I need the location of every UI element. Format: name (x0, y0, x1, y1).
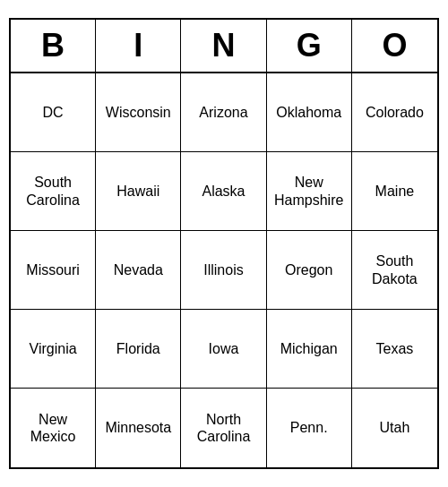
bingo-cell: Missouri (11, 231, 96, 310)
bingo-cell: DC (11, 73, 96, 152)
cell-text: South Carolina (14, 174, 91, 208)
bingo-cell: Utah (352, 389, 437, 467)
bingo-cell: Iowa (181, 310, 266, 389)
bingo-cell: Alaska (181, 152, 266, 231)
header-letter: O (352, 20, 437, 72)
cell-text: Oklahoma (276, 104, 341, 121)
bingo-cell: Wisconsin (96, 73, 181, 152)
cell-text: Florida (116, 340, 160, 357)
bingo-cell: Michigan (267, 310, 352, 389)
cell-text: Virginia (30, 340, 77, 357)
cell-text: Maine (375, 183, 415, 200)
header-letter: G (267, 20, 352, 72)
cell-text: Colorado (366, 104, 424, 121)
bingo-cell: Hawaii (96, 152, 181, 231)
bingo-cell: Texas (352, 310, 437, 389)
bingo-cell: Colorado (352, 73, 437, 152)
cell-text: Nevada (114, 261, 163, 278)
bingo-cell: Illinois (181, 231, 266, 310)
cell-text: Michigan (280, 340, 338, 357)
bingo-cell: New Mexico (11, 389, 96, 467)
bingo-cell: South Carolina (11, 152, 96, 231)
bingo-cell: Florida (96, 310, 181, 389)
bingo-cell: Penn. (267, 389, 352, 467)
cell-text: South Dakota (356, 252, 434, 286)
cell-text: Hawaii (116, 183, 159, 200)
cell-text: Oregon (285, 261, 332, 278)
bingo-cell: Arizona (181, 73, 266, 152)
cell-text: Arizona (199, 104, 247, 121)
header-letter: B (11, 20, 96, 72)
cell-text: New Mexico (14, 411, 91, 445)
bingo-cell: Minnesota (96, 389, 181, 467)
bingo-cell: New Hampshire (267, 152, 352, 231)
bingo-cell: Oklahoma (267, 73, 352, 152)
bingo-cell: Virginia (11, 310, 96, 389)
bingo-grid: DCWisconsinArizonaOklahomaColoradoSouth … (11, 73, 437, 467)
bingo-header: BINGO (11, 20, 437, 73)
cell-text: Minnesota (105, 419, 171, 436)
bingo-cell: South Dakota (352, 231, 437, 310)
bingo-cell: Maine (352, 152, 437, 231)
cell-text: North Carolina (185, 411, 262, 445)
cell-text: Alaska (202, 183, 245, 200)
header-letter: N (181, 20, 266, 72)
bingo-card: BINGO DCWisconsinArizonaOklahomaColorado… (9, 18, 439, 469)
cell-text: Missouri (26, 261, 80, 278)
bingo-cell: North Carolina (181, 389, 266, 467)
cell-text: Penn. (290, 419, 328, 436)
cell-text: DC (43, 104, 64, 121)
cell-text: New Hampshire (271, 174, 348, 208)
cell-text: Texas (375, 340, 413, 357)
bingo-cell: Nevada (96, 231, 181, 310)
cell-text: Utah (379, 419, 409, 436)
cell-text: Wisconsin (106, 104, 171, 121)
bingo-cell: Oregon (267, 231, 352, 310)
cell-text: Illinois (203, 261, 243, 278)
cell-text: Iowa (209, 340, 239, 357)
header-letter: I (96, 20, 181, 72)
